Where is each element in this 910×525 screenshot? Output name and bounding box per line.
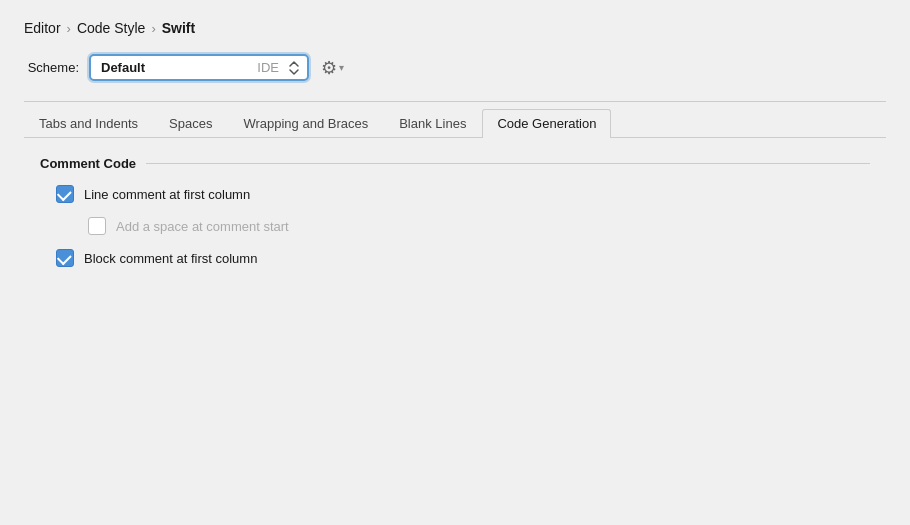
line-comment-checkbox[interactable] xyxy=(56,185,74,203)
breadcrumb-code-style: Code Style xyxy=(77,20,145,36)
block-comment-item: Block comment at first column xyxy=(56,249,870,267)
tabs-bar: Tabs and Indents Spaces Wrapping and Bra… xyxy=(24,102,886,138)
gear-button[interactable]: ⚙ ▾ xyxy=(319,55,346,81)
tab-wrapping-and-braces[interactable]: Wrapping and Braces xyxy=(228,109,383,138)
settings-container: Editor › Code Style › Swift Scheme: Defa… xyxy=(0,0,910,267)
tab-blank-lines[interactable]: Blank Lines xyxy=(384,109,481,138)
line-comment-item: Line comment at first column xyxy=(56,185,870,203)
tab-content: Comment Code Line comment at first colum… xyxy=(24,156,886,267)
line-comment-label: Line comment at first column xyxy=(84,187,250,202)
tab-spaces[interactable]: Spaces xyxy=(154,109,227,138)
scheme-select-wrapper: Default IDE xyxy=(89,54,309,81)
comment-code-section-header: Comment Code xyxy=(40,156,870,171)
comment-code-options: Line comment at first column Add a space… xyxy=(40,185,870,267)
block-comment-label: Block comment at first column xyxy=(84,251,257,266)
space-comment-label: Add a space at comment start xyxy=(116,219,289,234)
space-comment-checkbox[interactable] xyxy=(88,217,106,235)
gear-dropdown-arrow: ▾ xyxy=(339,62,344,73)
block-comment-checkbox[interactable] xyxy=(56,249,74,267)
breadcrumb-editor: Editor xyxy=(24,20,61,36)
breadcrumb: Editor › Code Style › Swift xyxy=(24,20,886,36)
breadcrumb-sep-2: › xyxy=(151,21,155,36)
tab-code-generation[interactable]: Code Generation xyxy=(482,109,611,138)
tab-tabs-and-indents[interactable]: Tabs and Indents xyxy=(24,109,153,138)
scheme-row: Scheme: Default IDE ⚙ ▾ xyxy=(24,54,886,81)
breadcrumb-sep-1: › xyxy=(67,21,71,36)
breadcrumb-swift: Swift xyxy=(162,20,195,36)
gear-icon: ⚙ xyxy=(321,57,337,79)
space-comment-item: Add a space at comment start xyxy=(56,217,870,235)
scheme-select[interactable]: Default xyxy=(89,54,309,81)
scheme-label: Scheme: xyxy=(24,60,79,75)
